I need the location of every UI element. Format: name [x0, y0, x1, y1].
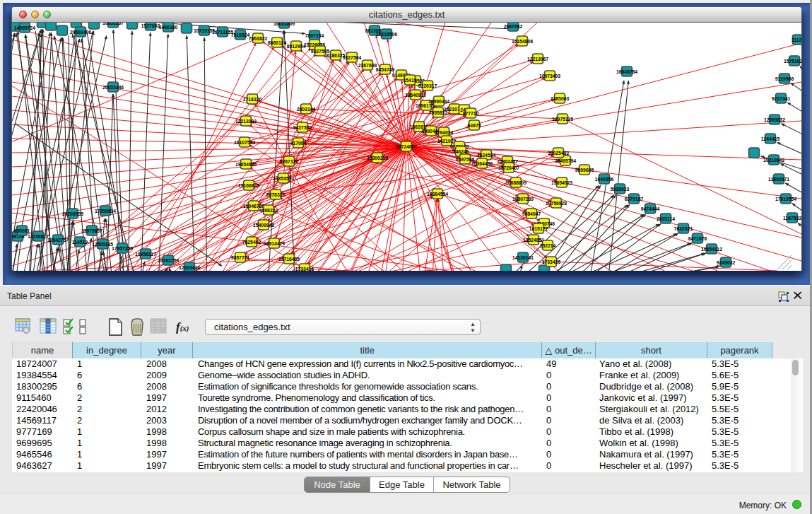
svg-text:16648784: 16648784 — [616, 69, 637, 74]
svg-text:18300295: 18300295 — [367, 156, 388, 160]
svg-text:9474444: 9474444 — [641, 206, 660, 211]
svg-text:10653267: 10653267 — [102, 23, 124, 25]
svg-text:10973493: 10973493 — [539, 74, 560, 78]
svg-text:17359934: 17359934 — [95, 209, 116, 214]
svg-text:16782759: 16782759 — [158, 258, 179, 263]
svg-text:1733416: 1733416 — [295, 267, 314, 271]
svg-text:8220317: 8220317 — [418, 83, 437, 88]
svg-text:2718120: 2718120 — [243, 97, 262, 102]
svg-text:15409948: 15409948 — [253, 223, 274, 228]
svg-text:1640956: 1640956 — [595, 177, 614, 182]
svg-text:7625402: 7625402 — [242, 240, 261, 245]
svg-text:6379197: 6379197 — [625, 197, 644, 201]
svg-text:16053809: 16053809 — [273, 23, 295, 26]
svg-text:15751024: 15751024 — [784, 59, 801, 64]
svg-text:39975857: 39975857 — [81, 228, 102, 233]
svg-text:114519: 114519 — [72, 240, 88, 245]
svg-text:9684047: 9684047 — [522, 211, 541, 216]
svg-text:1421022: 1421022 — [437, 139, 457, 144]
svg-text:7632621: 7632621 — [674, 226, 693, 231]
svg-text:20691406: 20691406 — [70, 30, 91, 35]
svg-text:19990444: 19990444 — [428, 99, 449, 104]
svg-text:17957255: 17957255 — [112, 246, 133, 251]
svg-text:8678332: 8678332 — [266, 192, 286, 197]
svg-text:7857234: 7857234 — [305, 33, 324, 38]
svg-text:20364436: 20364436 — [471, 161, 493, 166]
svg-text:19384554: 19384554 — [427, 192, 448, 197]
svg-text:7485063: 7485063 — [551, 96, 570, 101]
svg-text:9227341: 9227341 — [772, 96, 791, 101]
svg-text:12323446: 12323446 — [179, 265, 200, 270]
svg-text:10958117: 10958117 — [135, 252, 156, 257]
svg-text:1167533: 1167533 — [783, 216, 801, 221]
svg-text:20053346: 20053346 — [102, 85, 124, 90]
svg-text:8660124: 8660124 — [268, 40, 287, 45]
svg-text:1615172: 1615172 — [529, 226, 548, 231]
svg-text:12213303: 12213303 — [235, 119, 257, 124]
svg-text:14055724: 14055724 — [14, 25, 35, 30]
svg-text:9427552: 9427552 — [293, 125, 312, 130]
svg-text:19654923: 19654923 — [551, 180, 572, 185]
svg-text:1244415: 1244415 — [761, 136, 780, 141]
svg-text:7663822: 7663822 — [249, 36, 268, 41]
svg-text:12156817: 12156817 — [28, 234, 49, 239]
svg-text:17010554: 17010554 — [775, 197, 796, 201]
svg-text:7515524: 7515524 — [231, 33, 250, 37]
svg-text:14353594: 14353594 — [273, 176, 294, 181]
svg-text:6794024: 6794024 — [435, 130, 454, 135]
svg-text:19654985: 19654985 — [235, 162, 257, 167]
svg-text:2687682: 2687682 — [504, 24, 523, 29]
svg-text:10654112: 10654112 — [701, 247, 722, 252]
svg-text:12505135: 12505135 — [92, 242, 113, 247]
svg-text:14136141: 14136141 — [512, 255, 534, 260]
svg-text:417004: 417004 — [290, 141, 307, 146]
svg-text:746246: 746246 — [453, 149, 469, 154]
svg-text:9457771: 9457771 — [231, 255, 250, 260]
svg-text:9245032: 9245032 — [717, 260, 736, 265]
svg-text:8267130: 8267130 — [280, 159, 299, 164]
svg-text:12942757: 12942757 — [47, 238, 69, 243]
svg-text:977710: 977710 — [463, 111, 479, 116]
svg-text:16914479: 16914479 — [264, 241, 285, 246]
svg-text:10210643: 10210643 — [763, 158, 784, 163]
svg-text:8912954: 8912954 — [287, 44, 306, 49]
svg-text:10688609: 10688609 — [505, 180, 526, 185]
svg-text:18724007: 18724007 — [396, 144, 417, 149]
svg-text:15720407: 15720407 — [498, 165, 519, 170]
svg-text:252214: 252214 — [540, 243, 556, 248]
svg-text:12213967: 12213967 — [527, 57, 548, 62]
svg-text:2803144: 2803144 — [297, 107, 316, 112]
svg-text:15419: 15419 — [404, 78, 417, 83]
svg-text:1527602: 1527602 — [141, 23, 160, 28]
svg-text:12093832: 12093832 — [764, 117, 785, 122]
svg-text:9699695: 9699695 — [575, 168, 594, 173]
svg-text:10025483: 10025483 — [548, 151, 569, 156]
svg-text:9327504: 9327504 — [343, 55, 362, 60]
svg-text:16713155: 16713155 — [212, 30, 233, 35]
svg-text:20756928: 20756928 — [546, 201, 567, 206]
svg-text:12975115: 12975115 — [552, 117, 573, 122]
svg-text:13692971: 13692971 — [768, 177, 789, 182]
svg-text:2935114: 2935114 — [657, 216, 675, 221]
svg-text:18640910: 18640910 — [405, 93, 426, 98]
svg-text:16495794: 16495794 — [555, 158, 576, 163]
svg-text:6466160: 6466160 — [159, 25, 178, 30]
svg-text:5938923: 5938923 — [611, 187, 630, 192]
svg-text:9129906: 9129906 — [775, 76, 794, 81]
svg-text:8471676: 8471676 — [688, 236, 707, 241]
svg-text:64975: 64975 — [468, 123, 481, 128]
svg-text:4498222: 4498222 — [259, 208, 278, 213]
svg-text:15716485: 15716485 — [278, 257, 300, 262]
svg-text:20206535: 20206535 — [62, 211, 83, 216]
svg-text:8454749: 8454749 — [376, 67, 395, 72]
svg-text:18807289: 18807289 — [512, 197, 534, 201]
svg-text:19166825: 19166825 — [238, 183, 259, 188]
svg-text:1624534: 1624534 — [477, 153, 496, 158]
svg-text:1733426: 1733426 — [542, 259, 561, 264]
svg-text:11122: 11122 — [792, 37, 801, 42]
svg-text:650061: 650061 — [14, 228, 30, 233]
svg-text:13524851: 13524851 — [523, 238, 544, 243]
svg-text:16154808: 16154808 — [512, 39, 533, 44]
svg-text:2367608: 2367608 — [358, 63, 377, 68]
svg-text:16107553: 16107553 — [234, 140, 255, 145]
